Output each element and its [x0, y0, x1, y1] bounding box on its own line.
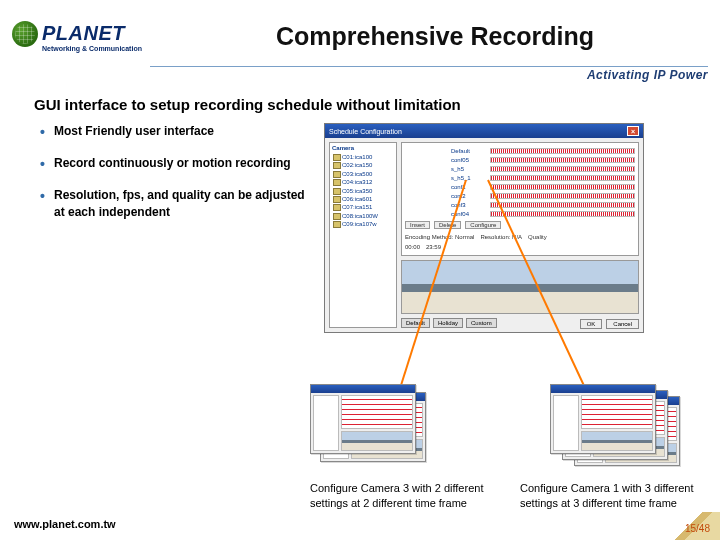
timeline-bar [490, 148, 635, 154]
tree-item: C08:ica100W [332, 212, 394, 220]
slide-title: Comprehensive Recording [152, 22, 708, 51]
bullet-list: Most Friendly user interface Record cont… [40, 123, 310, 333]
camera-tree: Camera C01:ica100 C02:ica150 C03:ica500 … [329, 142, 397, 328]
camera-preview [401, 260, 639, 314]
bullet-item: Most Friendly user interface [40, 123, 310, 139]
sched-label: s_h5 [451, 166, 487, 172]
delete-button: Delete [434, 221, 461, 229]
sched-label: conf05 [451, 157, 487, 163]
configure-button: Configure [465, 221, 501, 229]
sched-label: conf04 [451, 211, 487, 217]
config-window-screenshot: Schedule Configuration × Camera C01:ica1… [324, 123, 644, 333]
brand-name: PLANET [42, 22, 125, 45]
timeline-bar [490, 211, 635, 217]
thumbnail-captions: Configure Camera 3 with 2 different sett… [310, 481, 700, 510]
tree-item: C02:ica150 [332, 161, 394, 169]
custom-button: Custom [466, 318, 497, 328]
start-time: 00:00 [405, 244, 420, 250]
page-number: 15/48 [685, 523, 710, 534]
quality-label: Quality [528, 234, 547, 240]
ok-button: OK [580, 319, 603, 329]
tree-item: C09:ica107w [332, 220, 394, 228]
end-time: 23:59 [426, 244, 441, 250]
encoding-label: Encoding Method: Normal [405, 234, 474, 240]
brand-logo: PLANET Networking & Communication [12, 21, 152, 52]
thumb-stack-right [550, 384, 700, 464]
window-title: Schedule Configuration [329, 128, 402, 135]
schedule-panel: Default conf05 s_h5 s_h5_1 conf1 conf2 c… [401, 142, 639, 256]
thumb-stack-left [310, 384, 440, 464]
globe-icon [12, 21, 38, 47]
brand-slogan: Activating IP Power [587, 68, 708, 82]
timeline-bar [490, 166, 635, 172]
sched-label: conf2 [451, 193, 487, 199]
tree-item: C06:ica601 [332, 195, 394, 203]
timeline-bar [490, 193, 635, 199]
slide-header: PLANET Networking & Communication Compre… [0, 0, 720, 64]
tree-item: C07:ica151 [332, 203, 394, 211]
bullet-item: Resolution, fps, and quality can be adju… [40, 187, 310, 219]
thumbnail-row [310, 384, 700, 464]
timeline-bar [490, 202, 635, 208]
resolution-label: Resolution: N/A [480, 234, 522, 240]
bullet-item: Record continuously or motion recording [40, 155, 310, 171]
timeline-bar [490, 157, 635, 163]
brand-tagline: Networking & Communication [42, 45, 142, 52]
caption-right: Configure Camera 1 with 3 different sett… [520, 481, 700, 510]
sched-label: Default [451, 148, 487, 154]
tree-item: C04:ica312 [332, 178, 394, 186]
tree-root: Camera [332, 145, 394, 151]
close-icon: × [627, 126, 639, 136]
window-titlebar: Schedule Configuration × [325, 124, 643, 138]
footer-url: www.planet.com.tw [14, 518, 116, 530]
sched-label: conf3 [451, 202, 487, 208]
tree-item: C01:ica100 [332, 153, 394, 161]
timeline-bar [490, 175, 635, 181]
sched-label: s_h5_1 [451, 175, 487, 181]
header-divider: Activating IP Power [150, 66, 708, 82]
insert-button: Insert [405, 221, 430, 229]
slide-subtitle: GUI interface to setup recording schedul… [34, 96, 686, 113]
default-button: Default [401, 318, 430, 328]
holiday-button: Holiday [433, 318, 463, 328]
cancel-button: Cancel [606, 319, 639, 329]
caption-left: Configure Camera 3 with 2 different sett… [310, 481, 490, 510]
tree-item: C03:ica500 [332, 170, 394, 178]
tree-item: C05:ica350 [332, 187, 394, 195]
timeline-bar [490, 184, 635, 190]
sched-label: conf1 [451, 184, 487, 190]
